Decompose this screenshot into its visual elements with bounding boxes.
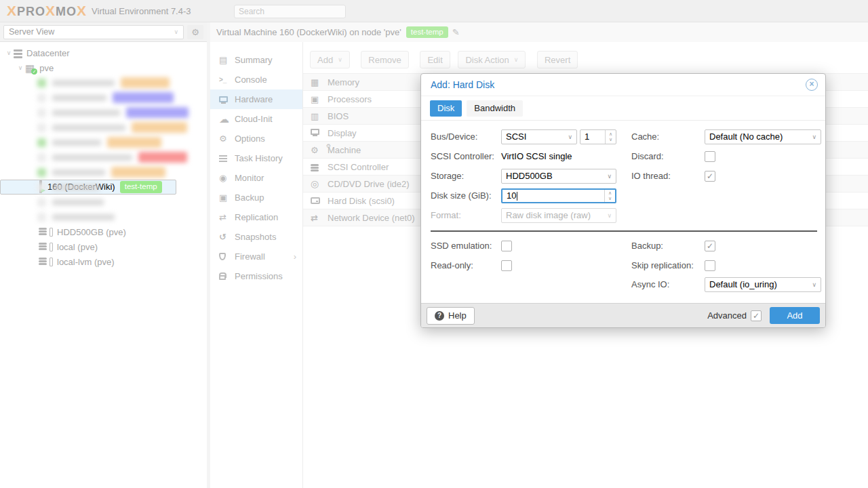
tree-item-redacted-vm[interactable] [0, 90, 207, 105]
button-label: Add [317, 55, 333, 65]
tree-item-node-pve[interactable]: ∨ ▦✓ pve [0, 60, 207, 75]
storage-label: Storage: [431, 169, 464, 184]
button-label: Remove [368, 55, 401, 65]
close-icon[interactable]: × [806, 79, 818, 91]
async-io-select[interactable]: Default (io_uring)∨ [705, 277, 821, 292]
chevron-down-icon[interactable]: ∨ [4, 49, 14, 56]
tree-item-redacted-vm[interactable] [0, 209, 207, 224]
nav-item-monitor[interactable]: ◉Monitor [210, 168, 302, 188]
disk-size-input[interactable]: 10∧∨ [501, 188, 616, 203]
add-submit-button[interactable]: Add [770, 307, 820, 324]
spinner-arrows[interactable]: ∧∨ [605, 130, 616, 144]
unlock-icon [219, 272, 235, 280]
nav-item-task-history[interactable]: Task History [210, 148, 302, 168]
tree-item-label: HDD500GB (pve) [57, 227, 126, 237]
storage-bar-icon [50, 243, 53, 251]
dialog-header[interactable]: Add: Hard Disk × [421, 74, 825, 96]
io-thread-checkbox[interactable]: ✓ [705, 171, 715, 182]
top-bar: XPROXMOX Virtual Environment 7.4-3 [0, 0, 868, 22]
nav-item-hardware[interactable]: Hardware [210, 89, 302, 109]
chevron-down-icon: ∨ [607, 209, 612, 222]
datacenter-icon [14, 49, 22, 52]
backup-checkbox[interactable]: ✓ [705, 241, 715, 251]
nav-item-snapshots[interactable]: ↺Snapshots [210, 227, 302, 247]
chevron-down-icon[interactable]: ∨ [16, 64, 25, 71]
floppy-icon: ▣ [219, 192, 235, 203]
storage-icon [39, 258, 47, 260]
edit-button[interactable]: Edit [420, 51, 450, 68]
tree-item-label: local (pve) [57, 242, 98, 252]
gear-icon: ⚙ [219, 134, 235, 144]
button-label: Revert [545, 55, 570, 65]
select-value: Raw disk image (raw) [506, 210, 591, 220]
nav-label: Task History [235, 153, 283, 163]
tree-item-datacenter[interactable]: ∨ Datacenter [0, 45, 207, 60]
network-icon: ⇄ [303, 213, 328, 223]
tab-bandwidth[interactable]: Bandwidth [467, 100, 523, 117]
summary-icon: ▤ [219, 55, 235, 65]
select-value: SCSI [506, 131, 526, 142]
memory-icon: ▦ [303, 77, 328, 87]
nav-item-options[interactable]: ⚙Options [210, 129, 302, 148]
tree-item-redacted-vm[interactable] [0, 120, 207, 135]
search-input[interactable] [234, 5, 346, 18]
cloud-icon: ☁ [219, 113, 235, 125]
storage-bar-icon [50, 258, 53, 266]
bus-number-input[interactable]: 1∧∨ [580, 129, 616, 144]
logo-x-icon: X [45, 3, 56, 18]
advanced-checkbox[interactable]: ✓ [751, 310, 762, 321]
logo-text: MO [56, 5, 77, 18]
storage-select[interactable]: HDD500GB∨ [501, 169, 616, 184]
tree-item-storage-hdd500gb[interactable]: HDD500GB (pve) [0, 224, 207, 239]
select-value: Default (io_uring) [709, 279, 777, 289]
page-title: Virtual Machine 160 (DockerWiki) on node… [216, 27, 401, 37]
skip-replication-checkbox[interactable] [705, 260, 715, 271]
nav-item-permissions[interactable]: Permissions [210, 266, 302, 286]
cache-select[interactable]: Default (No cache)∨ [705, 129, 821, 144]
read-only-checkbox[interactable] [501, 260, 512, 271]
discard-checkbox[interactable] [705, 151, 715, 162]
row-label: CD/DVD Drive (ide2) [328, 179, 410, 189]
proxmox-logo: XPROXMOX [7, 3, 87, 19]
tree-settings-button[interactable]: ⚙ [187, 25, 203, 39]
vm-nav-menu: ▤Summary >_Console Hardware ☁Cloud-Init … [210, 42, 303, 488]
nav-item-summary[interactable]: ▤Summary [210, 50, 302, 70]
button-label: Help [448, 310, 467, 321]
tree-item-storage-local-lvm[interactable]: local-lvm (pve) [0, 254, 207, 269]
spinner-arrows[interactable]: ∧∨ [604, 190, 615, 202]
nav-item-cloud-init[interactable]: ☁Cloud-Init [210, 109, 302, 129]
tree-item-redacted-vm[interactable] [0, 165, 207, 180]
tree-item-redacted-vm[interactable] [0, 135, 207, 150]
bus-device-select[interactable]: SCSI∨ [501, 129, 577, 144]
nav-label: Firewall [235, 251, 265, 262]
revert-button[interactable]: Revert [537, 51, 578, 68]
nav-label: Options [235, 134, 265, 144]
chevron-down-icon: ∨ [607, 169, 612, 183]
dialog-title: Add: Hard Disk [431, 79, 494, 90]
advanced-divider [431, 230, 817, 232]
tree-item-redacted-vm[interactable] [0, 195, 207, 209]
storage-bar-icon [50, 228, 53, 237]
row-label: Hard Disk (scsi0) [328, 196, 395, 206]
nav-item-firewall[interactable]: Firewall› [210, 247, 302, 266]
vm-tag: test-temp [406, 26, 448, 39]
tree-item-redacted-vm[interactable] [0, 150, 207, 165]
vm-tag: test-temp [120, 181, 162, 193]
nav-item-replication[interactable]: ⇄Replication [210, 207, 302, 227]
tab-disk[interactable]: Disk [430, 100, 462, 117]
tree-item-storage-local[interactable]: local (pve) [0, 239, 207, 254]
tree-item-redacted-vm[interactable] [0, 75, 207, 90]
remove-button[interactable]: Remove [361, 51, 408, 68]
view-selector[interactable]: Server View ∨ [3, 25, 184, 39]
ssd-emulation-checkbox[interactable] [501, 241, 512, 251]
add-button[interactable]: Add∨ [310, 51, 350, 68]
nav-item-backup[interactable]: ▣Backup [210, 188, 302, 207]
nav-item-console[interactable]: >_Console [210, 70, 302, 89]
tree-item-redacted-vm[interactable] [0, 105, 207, 120]
disk-action-button[interactable]: Disk Action∨ [458, 51, 526, 68]
replication-icon: ⇄ [219, 212, 235, 222]
input-value: 10 [507, 190, 516, 201]
product-version: Virtual Environment 7.4-3 [92, 6, 191, 16]
help-button[interactable]: ?Help [427, 307, 475, 325]
pencil-icon[interactable]: ✎ [452, 27, 460, 37]
